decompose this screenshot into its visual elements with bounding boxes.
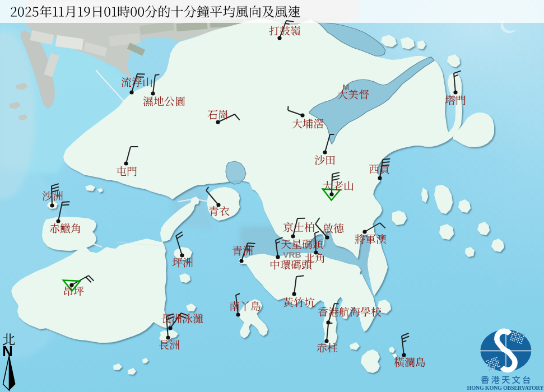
svg-text:N: N	[2, 343, 13, 360]
svg-text:HONG KONG OBSERVATORY: HONG KONG OBSERVATORY	[467, 385, 544, 391]
svg-text:M: M	[342, 82, 350, 92]
svg-text:VRB: VRB	[283, 250, 301, 259]
